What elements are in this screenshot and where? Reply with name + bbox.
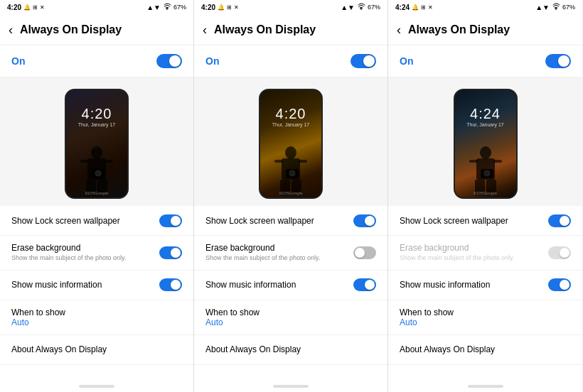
svg-point-13 [289, 170, 295, 176]
back-arrow[interactable]: ‹ [397, 23, 401, 36]
header: ‹ Always On Display [194, 14, 387, 45]
back-arrow[interactable]: ‹ [9, 23, 13, 36]
close-icon: ✕ [234, 4, 239, 11]
setting-label-2: Show music information [400, 280, 548, 290]
phone-display-date: Thur, January 17 [272, 122, 310, 127]
setting-row-3[interactable]: When to show Auto [388, 300, 582, 335]
setting-row-0[interactable]: Show Lock screen wallpaper [194, 206, 387, 236]
watermark: 9105Google [260, 191, 321, 195]
settings-section: Show Lock screen wallpaper Erase backgro… [194, 206, 387, 381]
status-right: ▲▼ 67% [146, 3, 186, 11]
main-toggle-switch[interactable] [156, 54, 182, 68]
phone-panel-1: 4:20 🔔 ⊞ ✕ ▲▼ 67% ‹ Always On Display On [0, 0, 194, 392]
bottom-handle [388, 381, 582, 392]
screenshot-icon: ⊞ [421, 4, 426, 11]
signal-icon: ▲▼ [146, 4, 161, 11]
phone-screen: 4:24 Thur, January 17 9105Google [455, 90, 516, 197]
svg-rect-18 [469, 160, 478, 163]
setting-content-1: Erase background Show the main subject o… [11, 243, 159, 263]
main-toggle-row: On [0, 45, 193, 77]
setting-row-1[interactable]: Erase background Show the main subject o… [388, 236, 582, 271]
setting-row-0[interactable]: Show Lock screen wallpaper [0, 206, 193, 236]
screenshot-icon: ⊞ [33, 4, 38, 11]
status-left: 4:20 🔔 ⊞ ✕ [201, 4, 239, 11]
setting-toggle-0[interactable] [548, 214, 571, 227]
svg-point-16 [480, 146, 491, 159]
phone-panel-3: 4:24 🔔 ⊞ ✕ ▲▼ 67% ‹ Always On Display On [388, 0, 582, 392]
svg-rect-10 [274, 160, 283, 163]
setting-toggle-2[interactable] [548, 278, 571, 291]
setting-toggle-1[interactable] [353, 246, 376, 259]
phone-mockup: 4:24 Thur, January 17 9105Google [454, 89, 518, 199]
setting-toggle-1 [548, 246, 571, 259]
svg-point-8 [285, 146, 296, 159]
close-icon: ✕ [40, 4, 45, 11]
battery-icon: 67% [173, 4, 186, 11]
person-silhouette-svg [260, 144, 321, 197]
preview-area: 4:20 Thur, January 17 9105Google [0, 77, 193, 206]
setting-value-3: Auto [205, 317, 376, 327]
status-right: ▲▼ 67% [535, 3, 575, 11]
setting-row-2[interactable]: Show music information [388, 271, 582, 300]
setting-toggle-2[interactable] [353, 278, 376, 291]
phone-screen: 4:20 Thur, January 17 9105Google [66, 90, 127, 197]
setting-content-0: Show Lock screen wallpaper [205, 216, 353, 226]
setting-row-3[interactable]: When to show Auto [0, 300, 193, 335]
setting-toggle-0[interactable] [353, 214, 376, 227]
person-silhouette-svg [66, 144, 127, 197]
setting-label-0: Show Lock screen wallpaper [400, 216, 548, 226]
person-silhouette-svg [455, 144, 516, 197]
watermark: 9105Google [455, 191, 516, 195]
main-toggle-switch[interactable] [351, 54, 376, 68]
svg-rect-2 [80, 160, 89, 163]
phone-display-date: Thur, January 17 [466, 122, 504, 127]
bottom-handle [0, 381, 193, 392]
setting-toggle-2[interactable] [159, 278, 182, 291]
status-time: 4:20 [201, 4, 215, 11]
notification-icon: 🔔 [23, 4, 31, 11]
bottom-handle [194, 381, 387, 392]
setting-content-3: When to show Auto [205, 307, 376, 327]
toggle-label: On [11, 55, 25, 67]
svg-point-0 [91, 146, 102, 159]
status-right: ▲▼ 67% [341, 3, 380, 11]
phone-display-time: 4:20 [82, 106, 112, 122]
setting-label-1: Erase background [205, 243, 353, 253]
svg-rect-19 [493, 160, 502, 163]
setting-row-2[interactable]: Show music information [0, 271, 193, 300]
setting-row-4[interactable]: About Always On Display [194, 335, 387, 365]
silhouette-area [66, 141, 127, 197]
setting-row-3[interactable]: When to show Auto [194, 300, 387, 335]
preview-area: 4:20 Thur, January 17 9105Google [194, 77, 387, 206]
setting-row-4[interactable]: About Always On Display [0, 335, 193, 365]
setting-content-3: When to show Auto [400, 307, 571, 327]
wifi-icon [552, 3, 560, 11]
back-arrow[interactable]: ‹ [203, 23, 207, 36]
setting-label-1: Erase background [400, 243, 548, 253]
setting-content-1: Erase background Show the main subject o… [400, 243, 548, 263]
setting-row-1[interactable]: Erase background Show the main subject o… [194, 236, 387, 271]
setting-label-2: Show music information [11, 280, 159, 290]
setting-toggle-0[interactable] [159, 214, 182, 227]
silhouette-area [455, 141, 516, 197]
status-left: 4:20 🔔 ⊞ ✕ [7, 4, 45, 11]
setting-label-0: Show Lock screen wallpaper [11, 216, 159, 226]
preview-area: 4:24 Thur, January 17 9105Google [388, 77, 582, 206]
setting-row-0[interactable]: Show Lock screen wallpaper [388, 206, 582, 236]
handle-bar [79, 385, 114, 388]
status-time: 4:24 [395, 4, 410, 11]
setting-row-4[interactable]: About Always On Display [388, 335, 582, 365]
wifi-icon [357, 3, 365, 11]
header-title: Always On Display [20, 23, 122, 36]
setting-row-1[interactable]: Erase background Show the main subject o… [0, 236, 193, 271]
close-icon: ✕ [428, 4, 433, 11]
setting-toggle-1[interactable] [159, 246, 182, 259]
status-bar: 4:20 🔔 ⊞ ✕ ▲▼ 67% [0, 0, 193, 14]
watermark: 9105Google [66, 191, 127, 195]
setting-label-3: When to show [205, 307, 376, 317]
status-time: 4:20 [7, 4, 21, 11]
status-bar: 4:20 🔔 ⊞ ✕ ▲▼ 67% [194, 0, 387, 14]
main-toggle-switch[interactable] [545, 54, 571, 68]
setting-row-2[interactable]: Show music information [194, 271, 387, 300]
setting-label-4: About Always On Display [205, 344, 376, 354]
